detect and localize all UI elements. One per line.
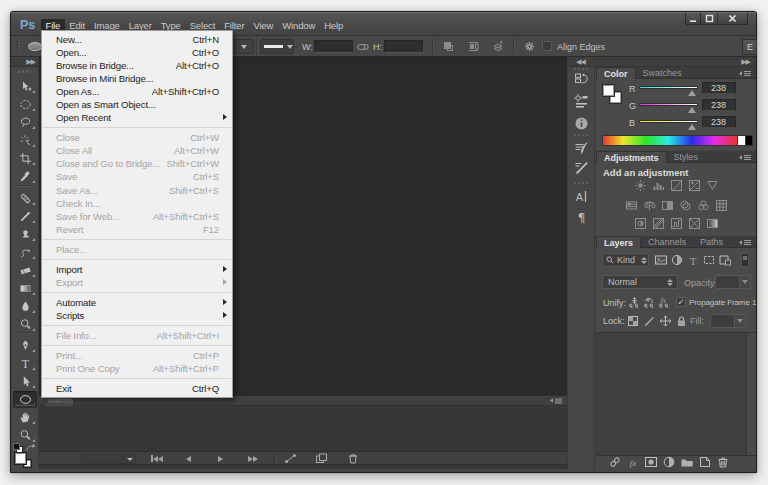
- levels-adjustment-icon[interactable]: [652, 179, 665, 192]
- height-input[interactable]: [384, 40, 423, 53]
- tab-styles[interactable]: Styles: [667, 151, 706, 163]
- next-frame-button[interactable]: [245, 453, 261, 464]
- panel-menu-icon[interactable]: [739, 70, 751, 77]
- delete-frame-button[interactable]: [345, 453, 361, 464]
- menu-item-open-as[interactable]: Open As...Alt+Shift+Ctrl+O: [42, 85, 232, 98]
- menu-item-open[interactable]: Open...Ctrl+O: [42, 46, 232, 59]
- previous-frame-button[interactable]: [180, 453, 196, 464]
- path-selection-tool[interactable]: [13, 373, 37, 390]
- loop-dropdown[interactable]: [81, 454, 136, 464]
- adjustment-layers-filter-icon[interactable]: [670, 254, 684, 266]
- close-button[interactable]: [718, 13, 748, 25]
- clone-stamp-tool[interactable]: [13, 226, 37, 243]
- layer-style-button[interactable]: fx: [626, 454, 640, 472]
- menubar-item-help[interactable]: Help: [320, 19, 348, 32]
- magic-wand-tool[interactable]: [13, 132, 37, 149]
- color-balance-adjustment-icon[interactable]: [643, 199, 656, 212]
- tab-swatches[interactable]: Swatches: [636, 67, 689, 79]
- tab-color[interactable]: Color: [596, 67, 636, 79]
- lock-position-icon[interactable]: [658, 314, 672, 327]
- hue-saturation-adjustment-icon[interactable]: [625, 199, 638, 212]
- delete-layer-button[interactable]: [716, 454, 730, 472]
- panel-group-grip[interactable]: [574, 182, 589, 184]
- menu-item-browse-in-bridge[interactable]: Browse in Bridge...Alt+Ctrl+O: [42, 59, 232, 72]
- eraser-tool[interactable]: [13, 262, 37, 279]
- path-arrange-button[interactable]: [488, 39, 508, 54]
- smart-object-filter-icon[interactable]: [718, 254, 732, 266]
- opacity-dropdown[interactable]: [715, 275, 751, 289]
- history-brush-tool[interactable]: [13, 244, 37, 261]
- character-panel-icon[interactable]: A: [570, 187, 593, 206]
- width-input[interactable]: [314, 40, 353, 53]
- timeline-tab[interactable]: ANIMATION (FRAMES): [44, 397, 74, 406]
- layer-filter-kind-dropdown[interactable]: Kind: [602, 253, 649, 267]
- menu-item-import[interactable]: Import: [42, 263, 232, 276]
- selective-color-adjustment-icon[interactable]: [688, 217, 701, 230]
- new-group-button[interactable]: [680, 454, 694, 472]
- history-panel-icon[interactable]: [570, 70, 593, 89]
- lock-all-icon[interactable]: [674, 314, 688, 327]
- duplicate-frame-button[interactable]: [313, 453, 329, 464]
- spectrum-black-swatch[interactable]: [745, 135, 753, 146]
- elliptical-marquee-tool[interactable]: [13, 96, 37, 113]
- menu-item-exit[interactable]: ExitCtrl+Q: [42, 382, 232, 395]
- path-operations-button[interactable]: [438, 39, 458, 54]
- link-dimensions-icon[interactable]: [355, 39, 371, 54]
- hand-tool[interactable]: [13, 409, 37, 426]
- pixel-layers-filter-icon[interactable]: [654, 254, 668, 266]
- vibrance-adjustment-icon[interactable]: [706, 179, 719, 192]
- new-layer-button[interactable]: [698, 454, 712, 472]
- collapse-tools-icon[interactable]: ▶▶: [11, 58, 38, 67]
- info-panel-icon[interactable]: [570, 114, 593, 133]
- channel-mixer-adjustment-icon[interactable]: [697, 199, 710, 212]
- type-layers-filter-icon[interactable]: T: [686, 254, 700, 266]
- lock-pixels-icon[interactable]: [642, 314, 656, 327]
- green-slider-thumb[interactable]: [688, 107, 696, 113]
- shape-layers-filter-icon[interactable]: [702, 254, 716, 266]
- layers-list[interactable]: [596, 332, 756, 455]
- collapse-strip-icon[interactable]: ◀◀: [576, 57, 585, 66]
- maximize-button[interactable]: [701, 13, 718, 25]
- crop-tool[interactable]: [13, 150, 37, 167]
- blue-value[interactable]: 238: [702, 116, 736, 128]
- black-white-adjustment-icon[interactable]: [661, 199, 674, 212]
- menu-item-open-as-smart-object[interactable]: Open as Smart Object...: [42, 98, 232, 111]
- fill-dropdown[interactable]: [710, 314, 746, 328]
- layer-mask-button[interactable]: [644, 454, 658, 472]
- unify-style-icon[interactable]: fx: [658, 296, 672, 309]
- tab-layers[interactable]: Layers: [596, 236, 641, 248]
- menubar-item-window[interactable]: Window: [278, 19, 320, 32]
- exposure-adjustment-icon[interactable]: [688, 179, 701, 192]
- first-frame-button[interactable]: [149, 453, 165, 464]
- tab-channels[interactable]: Channels: [641, 236, 693, 248]
- invert-adjustment-icon[interactable]: [634, 217, 647, 230]
- path-alignment-button[interactable]: [463, 39, 483, 54]
- propagate-checkbox[interactable]: ✓: [676, 297, 686, 307]
- menu-item-scripts[interactable]: Scripts: [42, 309, 232, 322]
- zoom-tool[interactable]: [13, 427, 37, 444]
- timeline-frames-area[interactable]: [39, 407, 567, 451]
- dropdown-button[interactable]: [734, 315, 745, 327]
- brush-presets-panel-icon[interactable]: [570, 139, 593, 158]
- menu-item-browse-in-mini-bridge[interactable]: Browse in Mini Bridge...: [42, 72, 232, 85]
- red-slider-thumb[interactable]: [688, 90, 696, 96]
- gradient-map-adjustment-icon[interactable]: [706, 217, 719, 230]
- tab-adjustments[interactable]: Adjustments: [596, 151, 667, 163]
- collapse-dock-icon[interactable]: ▶▶: [741, 57, 750, 66]
- brush-panel-panel-icon[interactable]: [570, 159, 593, 178]
- menu-item-new[interactable]: New...Ctrl+N: [42, 33, 232, 46]
- menu-item-automate[interactable]: Automate: [42, 296, 232, 309]
- posterize-adjustment-icon[interactable]: [652, 217, 665, 230]
- paragraph-panel-icon[interactable]: ¶: [570, 208, 593, 227]
- tween-button[interactable]: [282, 453, 298, 464]
- panel-menu-icon[interactable]: [739, 239, 751, 246]
- panel-group-grip[interactable]: [574, 134, 589, 136]
- eyedropper-tool[interactable]: [13, 168, 37, 185]
- layer-filter-toggle[interactable]: [741, 253, 749, 267]
- play-button[interactable]: [212, 453, 228, 464]
- green-slider[interactable]: [639, 103, 698, 106]
- color-lookup-adjustment-icon[interactable]: [715, 199, 728, 212]
- red-value[interactable]: 238: [702, 82, 736, 94]
- minimize-button[interactable]: [685, 13, 701, 25]
- workspace-button[interactable]: E: [742, 39, 757, 55]
